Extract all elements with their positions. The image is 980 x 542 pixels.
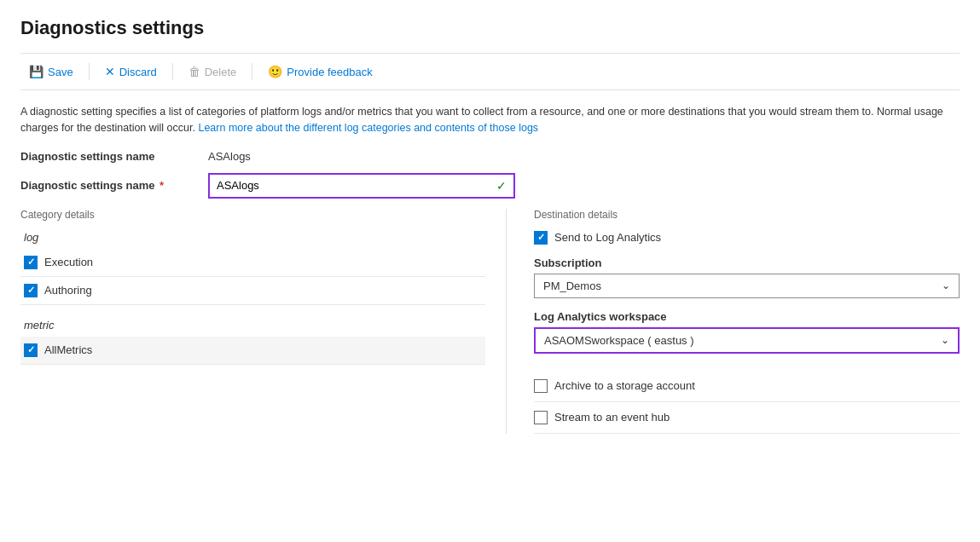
subscription-value: PM_Demos [543,280,601,292]
toolbar-divider-2 [172,63,173,80]
authoring-check-icon: ✓ [27,285,35,296]
name-display-row: Diagnostic settings name ASAlogs [20,150,960,163]
toolbar-divider-1 [89,63,90,80]
name-valid-icon: ✓ [496,179,507,193]
save-button[interactable]: 💾 Save [20,61,82,83]
archive-label: Archive to a storage account [554,379,695,392]
log-analytics-checkbox[interactable]: ✓ [534,231,548,245]
authoring-checkbox[interactable]: ✓ [24,284,38,297]
subscription-select[interactable]: PM_Demos ⌄ [534,274,960,298]
log-analytics-section: ✓ Send to Log Analytics Subscription PM_… [534,231,960,354]
workspace-select[interactable]: ASAOMSworkspace ( eastus ) ⌄ [534,327,960,354]
execution-label: Execution [44,256,93,268]
category-execution: ✓ Execution [20,249,485,277]
execution-check-icon: ✓ [27,257,35,268]
name-display-value: ASAlogs [208,150,251,163]
archive-section: Archive to a storage account [534,371,960,402]
discard-button[interactable]: ✕ Discard [96,61,165,83]
log-analytics-label: Send to Log Analytics [554,231,661,244]
subscription-chevron-icon: ⌄ [942,280,950,291]
toolbar-divider-3 [252,63,252,80]
allmetrics-checkbox[interactable]: ✓ [24,343,38,357]
toolbar: 💾 Save ✕ Discard 🗑 Delete 🙂 Provide feed… [20,53,960,90]
feedback-button[interactable]: 🙂 Provide feedback [259,61,380,83]
metric-group: metric ✓ AllMetrics [20,319,485,365]
required-marker: * [159,179,164,192]
log-analytics-check-icon: ✓ [537,232,545,243]
name-input-row: Diagnostic settings name * ✓ [20,173,960,199]
subscription-label: Subscription [534,257,960,269]
main-content: Category details log ✓ Execution ✓ Autho… [20,209,960,434]
page-container: Diagnostics settings 💾 Save ✕ Discard 🗑 … [0,0,980,451]
subscription-group: Subscription PM_Demos ⌄ [534,257,960,298]
destination-section-title: Destination details [534,209,960,221]
allmetrics-label: AllMetrics [44,343,92,356]
event-hub-label: Stream to an event hub [554,411,670,424]
allmetrics-check-icon: ✓ [27,344,35,355]
category-section-title: Category details [20,209,485,221]
learn-more-link[interactable]: Learn more about the different log categ… [198,122,538,134]
log-analytics-header: ✓ Send to Log Analytics [534,231,960,245]
feedback-icon: 🙂 [268,65,282,78]
log-group-label: log [24,231,485,244]
metric-group-label: metric [24,319,485,332]
name-input[interactable] [217,179,478,192]
execution-checkbox[interactable]: ✓ [24,256,38,269]
event-hub-checkbox[interactable] [534,411,548,424]
save-icon: 💾 [29,65,43,78]
delete-button[interactable]: 🗑 Delete [180,61,246,83]
category-authoring: ✓ Authoring [20,277,485,305]
workspace-value: ASAOMSworkspace ( eastus ) [544,334,694,347]
workspace-chevron-icon: ⌄ [941,334,949,346]
category-allmetrics: ✓ AllMetrics [20,337,485,365]
discard-icon: ✕ [105,65,115,78]
name-input-wrapper: ✓ [208,173,515,199]
archive-checkbox[interactable] [534,379,548,393]
page-title: Diagnostics settings [20,17,960,39]
destination-panel: Destination details ✓ Send to Log Analyt… [507,209,960,434]
description-text: A diagnostic setting specifies a list of… [20,104,960,136]
name-input-label: Diagnostic settings name * [20,179,208,192]
log-group: log ✓ Execution ✓ Authoring [20,231,485,305]
delete-icon: 🗑 [188,65,200,78]
event-hub-section: Stream to an event hub [534,402,960,434]
workspace-group: Log Analytics workspace ASAOMSworkspace … [534,310,960,354]
workspace-label: Log Analytics workspace [534,310,960,323]
authoring-label: Authoring [44,284,92,297]
category-panel: Category details log ✓ Execution ✓ Autho… [20,209,507,434]
name-display-label: Diagnostic settings name [20,150,208,163]
